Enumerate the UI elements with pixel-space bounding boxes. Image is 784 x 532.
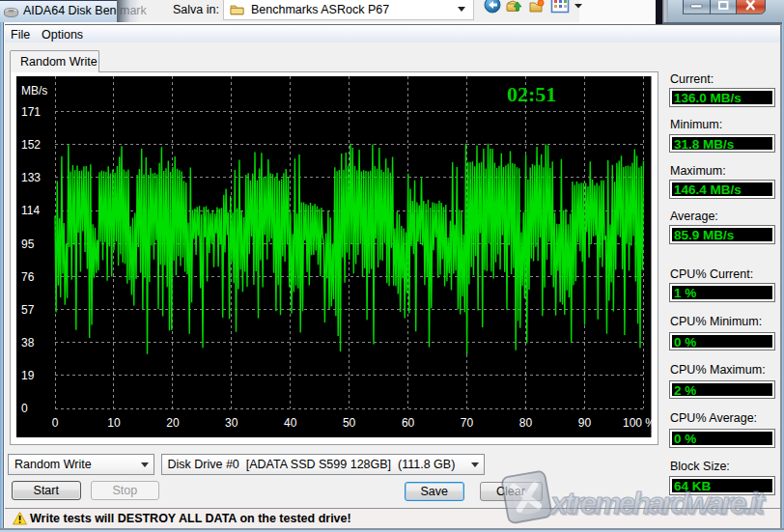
svg-text:02:51: 02:51: [507, 82, 556, 106]
svg-text:xtremehardware.it: xtremehardware.it: [548, 486, 766, 520]
svg-text:114: 114: [21, 204, 40, 217]
svg-text:50: 50: [343, 416, 356, 430]
svg-text:20: 20: [166, 416, 180, 430]
svg-text:80: 80: [519, 416, 533, 430]
svg-text:70: 70: [461, 416, 474, 430]
svg-text:0: 0: [21, 402, 28, 415]
svg-text:30: 30: [225, 416, 238, 430]
svg-text:60: 60: [402, 416, 415, 430]
svg-text:90: 90: [578, 416, 592, 430]
svg-text:40: 40: [284, 416, 297, 430]
svg-text:133: 133: [21, 171, 41, 184]
svg-text:38: 38: [21, 336, 35, 350]
svg-text:171: 171: [21, 105, 41, 119]
svg-text:19: 19: [21, 369, 35, 382]
svg-text:152: 152: [21, 138, 41, 152]
svg-text:57: 57: [21, 303, 35, 317]
svg-text:10: 10: [107, 416, 121, 430]
svg-text:MB/s: MB/s: [21, 84, 47, 98]
svg-text:0: 0: [52, 416, 59, 430]
svg-text:100 %: 100 %: [623, 416, 652, 430]
svg-text:95: 95: [21, 238, 35, 251]
svg-text:76: 76: [21, 270, 35, 284]
